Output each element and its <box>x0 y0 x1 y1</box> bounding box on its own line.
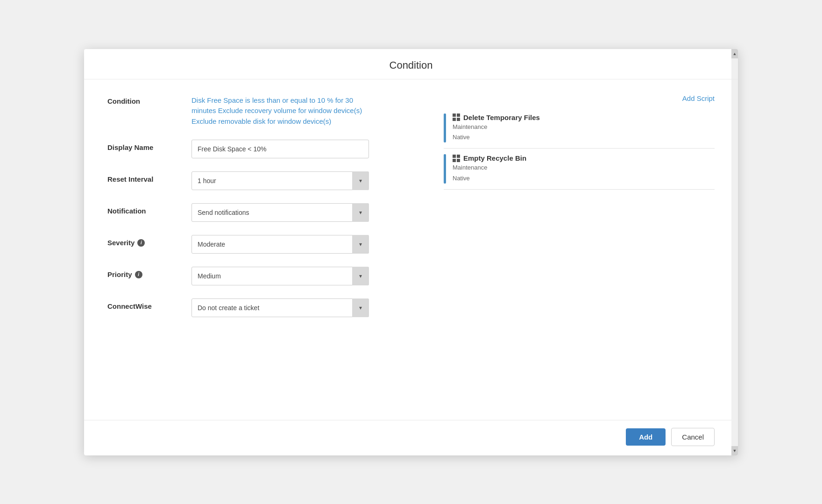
modal-title-bar: Condition <box>84 49 738 79</box>
display-name-label: Display Name <box>107 140 182 151</box>
script-card-content-1: Empty Recycle Bin Maintenance Native <box>453 154 526 184</box>
severity-select-wrapper: Moderate ▾ <box>191 235 369 254</box>
reset-interval-label: Reset Interval <box>107 171 182 183</box>
priority-label: Priority i <box>107 267 182 278</box>
windows-icon-0 <box>453 114 460 121</box>
reset-interval-select-wrapper: 1 hour ▾ <box>191 171 369 190</box>
condition-row: Condition Disk Free Space is less than o… <box>107 93 425 127</box>
display-name-input[interactable] <box>191 140 369 158</box>
notification-label: Notification <box>107 203 182 215</box>
script-card-title-1: Empty Recycle Bin <box>453 154 526 162</box>
script-tag2-0: Native <box>453 133 540 142</box>
svg-rect-0 <box>453 114 456 117</box>
severity-select[interactable]: Moderate <box>191 235 369 254</box>
svg-rect-4 <box>453 155 456 158</box>
script-card-content-0: Delete Temporary Files Maintenance Nativ… <box>453 114 540 143</box>
svg-rect-6 <box>453 159 456 162</box>
severity-label: Severity i <box>107 235 182 247</box>
script-card-accent-0 <box>444 114 446 143</box>
script-tag1-1: Maintenance <box>453 163 526 173</box>
connectwise-select-wrapper: Do not create a ticket ▾ <box>191 298 369 317</box>
scroll-down-arrow[interactable]: ▼ <box>731 446 738 455</box>
script-title-0: Delete Temporary Files <box>463 114 540 121</box>
reset-interval-select[interactable]: 1 hour <box>191 171 369 190</box>
script-tag1-0: Maintenance <box>453 122 540 132</box>
script-title-1: Empty Recycle Bin <box>463 154 526 162</box>
script-card-accent-1 <box>444 154 446 184</box>
connectwise-row: ConnectWise Do not create a ticket ▾ <box>107 298 425 317</box>
script-card-1: Empty Recycle Bin Maintenance Native <box>444 149 715 190</box>
notification-select-wrapper: Send notifications ▾ <box>191 203 369 222</box>
script-card-title-0: Delete Temporary Files <box>453 114 540 121</box>
connectwise-label: ConnectWise <box>107 298 182 310</box>
left-column: Condition Disk Free Space is less than o… <box>107 93 425 411</box>
right-column: Add Script <box>444 93 715 411</box>
priority-select-wrapper: Medium ▾ <box>191 267 369 285</box>
script-card-0: Delete Temporary Files Maintenance Nativ… <box>444 108 715 149</box>
svg-rect-2 <box>453 118 456 121</box>
svg-rect-5 <box>457 155 460 158</box>
display-name-row: Display Name <box>107 140 425 158</box>
notification-select[interactable]: Send notifications <box>191 203 369 222</box>
modal-footer: Add Cancel <box>84 420 738 455</box>
content-area: Condition Disk Free Space is less than o… <box>107 93 715 411</box>
condition-label: Condition <box>107 93 182 105</box>
reset-interval-row: Reset Interval 1 hour ▾ <box>107 171 425 190</box>
severity-info-icon: i <box>137 239 145 247</box>
severity-row: Severity i Moderate ▾ <box>107 235 425 254</box>
modal-container: ▲ ▼ Condition Condition Disk Free Space … <box>84 49 738 455</box>
svg-rect-7 <box>457 159 460 162</box>
priority-row: Priority i Medium ▾ <box>107 267 425 285</box>
add-button[interactable]: Add <box>626 428 666 446</box>
add-script-area: Add Script <box>444 93 715 103</box>
svg-rect-1 <box>457 114 460 117</box>
priority-select[interactable]: Medium <box>191 267 369 285</box>
add-script-button[interactable]: Add Script <box>682 93 715 103</box>
condition-value: Disk Free Space is less than or equal to… <box>191 93 369 127</box>
priority-info-icon: i <box>135 271 142 278</box>
modal-body: Condition Disk Free Space is less than o… <box>84 79 738 420</box>
svg-rect-3 <box>457 118 460 121</box>
notification-row: Notification Send notifications ▾ <box>107 203 425 222</box>
cancel-button[interactable]: Cancel <box>671 428 715 446</box>
modal-title: Condition <box>84 59 738 71</box>
windows-icon-1 <box>453 155 460 162</box>
script-tag2-1: Native <box>453 174 526 184</box>
connectwise-select[interactable]: Do not create a ticket <box>191 298 369 317</box>
